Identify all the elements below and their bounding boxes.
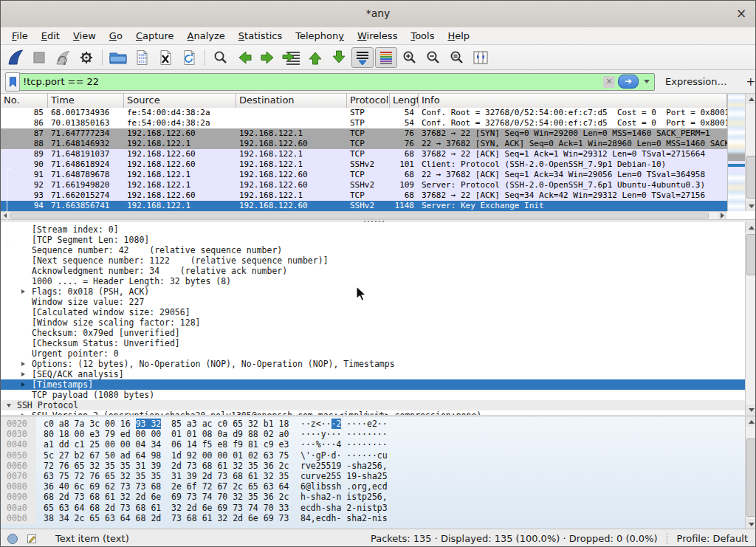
menu-statistics[interactable]: Statistics [232, 29, 289, 43]
filter-dropdown-caret-icon[interactable] [644, 80, 650, 83]
hex-row-0040[interactable]: 0040a1 dd c1 25 00 00 04 34 06 14 f5 e8 … [1, 439, 745, 450]
packet-row-86[interactable]: 8670.013850163fe:54:00:d4:38:2aSTP54Conf… [1, 118, 727, 128]
detail-line-11[interactable]: [Checksum Status: Unverified] [1, 338, 745, 348]
go-forward-icon[interactable] [257, 47, 279, 68]
go-to-packet-icon[interactable] [281, 47, 303, 68]
packet-row-87[interactable]: 8771.647777234192.168.122.60192.168.122.… [1, 128, 727, 139]
zoom-reset-icon[interactable] [446, 47, 468, 68]
menu-edit[interactable]: Edit [35, 29, 66, 43]
menu-wireless[interactable]: Wireless [351, 29, 404, 43]
column-header-length[interactable]: Length [390, 94, 419, 108]
hex-row-00b0[interactable]: 00b038 34 2c 65 63 64 68 2d 73 68 61 32 … [1, 513, 745, 523]
detail-line-14[interactable]: [SEQ/ACK analysis] [1, 369, 745, 379]
menu-go[interactable]: Go [103, 29, 129, 43]
start-capture-icon[interactable] [4, 47, 27, 68]
window-close-icon[interactable]: × [733, 5, 749, 21]
detail-line-3[interactable]: [Next sequence number: 1122 (relative se… [1, 255, 745, 266]
expert-info-icon[interactable] [7, 533, 18, 545]
hex-row-0050[interactable]: 00505c 27 b2 67 50 ad 64 98 1d 92 00 00 … [1, 450, 745, 461]
stop-capture-icon[interactable] [28, 47, 50, 68]
packet-row-93[interactable]: 9371.662015274192.168.122.60192.168.122.… [1, 190, 727, 201]
pane-splitter-bottom[interactable] [1, 413, 755, 416]
filter-bookmark-icon[interactable] [5, 72, 20, 92]
detail-line-6[interactable]: Flags: 0x018 (PSH, ACK) [1, 286, 745, 297]
column-header-time[interactable]: Time [48, 94, 124, 108]
hex-dump[interactable]: 0020c0 a8 7a 3c 00 16 93 32 85 a3 ac c0 … [1, 419, 745, 523]
menu-capture[interactable]: Capture [129, 29, 181, 43]
packet-list-vscrollbar[interactable] [745, 94, 756, 211]
hex-row-0090[interactable]: 009068 2d 73 68 61 32 2d 6e 69 73 74 70 … [1, 492, 745, 502]
detail-line-4[interactable]: Acknowledgment number: 34 (relative ack … [1, 266, 745, 276]
packet-row-92[interactable]: 9271.661949820192.168.122.1192.168.122.6… [1, 180, 727, 190]
scroll-down-icon[interactable] [746, 201, 756, 211]
resize-columns-icon[interactable] [470, 47, 492, 68]
detail-line-10[interactable]: Checksum: 0x79ed [unverified] [1, 328, 745, 338]
capture-comment-icon[interactable] [26, 533, 38, 545]
collapsed-arrow-icon[interactable] [21, 372, 25, 376]
capture-options-icon[interactable] [75, 47, 97, 68]
open-file-icon[interactable] [107, 47, 129, 68]
profile-button[interactable]: Profile: Default [677, 533, 748, 544]
close-file-icon[interactable] [154, 47, 176, 68]
hex-row-0030[interactable]: 003080 18 00 e3 79 ed 00 00 01 01 08 0a … [1, 429, 745, 439]
find-packet-icon[interactable] [210, 47, 232, 68]
column-header-destination[interactable]: Destination [236, 94, 347, 108]
expanded-arrow-icon[interactable] [7, 404, 11, 407]
scroll-right-icon[interactable] [718, 212, 726, 219]
hex-row-0020[interactable]: 0020c0 a8 7a 3c 00 16 93 32 85 a3 ac c0 … [1, 419, 745, 429]
details-vscroll-thumb[interactable] [746, 234, 755, 275]
detail-line-7[interactable]: Window size value: 227 [1, 297, 745, 307]
packet-row-91[interactable]: 9171.648789678192.168.122.1192.168.122.6… [1, 170, 727, 180]
display-filter-input[interactable]: !tcp.port == 22 ✕ ➜ [20, 73, 655, 91]
menu-telephony[interactable]: Telephony [289, 29, 351, 43]
column-header-info[interactable]: Info [419, 94, 727, 108]
collapsed-arrow-icon[interactable] [21, 289, 25, 294]
save-file-icon[interactable]: 010101100111 [131, 47, 153, 68]
packet-row-90[interactable]: 9071.648618924192.168.122.60192.168.122.… [1, 159, 727, 170]
filter-clear-icon[interactable]: ✕ [603, 76, 615, 88]
detail-line-9[interactable]: [Window size scaling factor: 128] [1, 317, 745, 328]
packet-list-vscroll-thumb[interactable] [746, 156, 756, 199]
expression-button[interactable]: Expression… [665, 76, 727, 87]
zoom-out-icon[interactable] [422, 47, 444, 68]
restart-capture-icon[interactable] [52, 47, 74, 68]
reload-file-icon[interactable] [178, 47, 200, 68]
intelligent-scrollbar-minimap[interactable] [727, 94, 745, 211]
packet-row-88[interactable]: 8871.648146932192.168.122.1192.168.122.6… [1, 139, 727, 149]
collapsed-arrow-icon[interactable] [21, 362, 25, 366]
detail-line-12[interactable]: Urgent pointer: 0 [1, 348, 745, 359]
packet-list-hscroll-thumb[interactable] [10, 213, 709, 219]
scroll-up-icon[interactable] [746, 94, 756, 104]
zoom-in-icon[interactable] [399, 47, 421, 68]
hex-row-00a0[interactable]: 00a065 63 64 68 2d 73 68 61 32 2d 6e 69 … [1, 503, 745, 513]
detail-line-8[interactable]: [Calculated window size: 29056] [1, 307, 745, 317]
detail-line-0[interactable]: [Stream index: 0] [1, 224, 745, 235]
hex-row-0080[interactable]: 008036 40 6c 69 62 73 73 68 2e 6f 72 67 … [1, 481, 745, 492]
colorize-icon[interactable] [375, 47, 397, 68]
hex-row-0070[interactable]: 007063 75 72 76 65 32 35 35 31 39 2d 73 … [1, 471, 745, 481]
collapsed-arrow-icon[interactable] [21, 382, 25, 387]
detail-line-1[interactable]: [TCP Segment Len: 1080] [1, 235, 745, 245]
go-first-icon[interactable] [304, 47, 326, 68]
detail-line-2[interactable]: Sequence number: 42 (relative sequence n… [1, 245, 745, 255]
packet-row-85[interactable]: 8568.001734936fe:54:00:d4:38:2aSTP54Conf… [1, 108, 727, 118]
menu-analyze[interactable]: Analyze [181, 29, 232, 43]
scroll-up-icon[interactable] [746, 416, 755, 427]
go-back-icon[interactable] [233, 47, 255, 68]
column-header-protocol[interactable]: Protocol [347, 94, 390, 108]
menu-file[interactable]: File [5, 29, 35, 43]
column-header-no[interactable]: No. [1, 94, 48, 108]
scroll-down-icon[interactable] [746, 519, 755, 529]
menu-help[interactable]: Help [441, 29, 476, 43]
detail-line-16[interactable]: TCP payload (1080 bytes) [1, 390, 745, 400]
scroll-up-icon[interactable] [746, 222, 755, 233]
filter-apply-icon[interactable]: ➜ [618, 75, 639, 89]
details-vscrollbar[interactable] [745, 222, 755, 415]
go-last-icon[interactable] [328, 47, 350, 68]
hex-row-0060[interactable]: 006072 76 65 32 35 35 31 39 2d 73 68 61 … [1, 461, 745, 471]
column-header-source[interactable]: Source [124, 94, 236, 108]
add-filter-button[interactable]: + [742, 75, 756, 89]
detail-line-17[interactable]: SSH Protocol [1, 400, 745, 410]
menu-tools[interactable]: Tools [404, 29, 441, 43]
packet-row-89[interactable]: 8971.648191037192.168.122.60192.168.122.… [1, 149, 727, 159]
